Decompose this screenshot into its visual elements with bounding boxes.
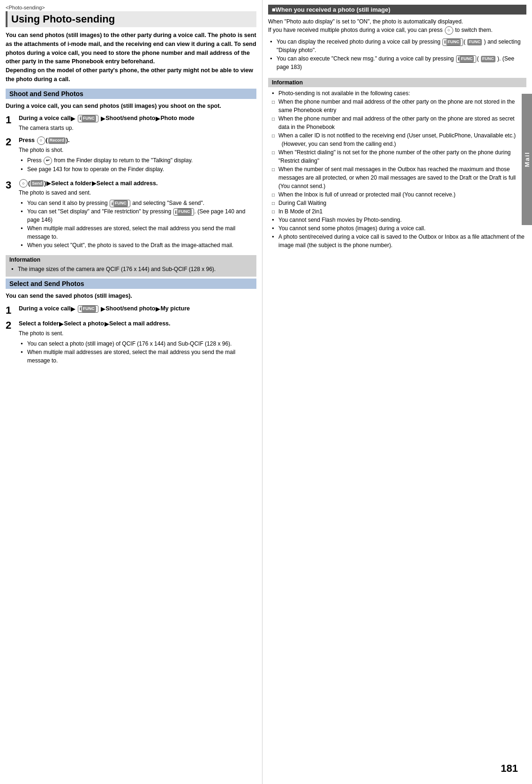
step-1-num: 1 xyxy=(6,115,19,125)
info-item-5: When "Restrict dialing" is not set for t… xyxy=(272,148,526,165)
right-column: ■When you received a photo (still image)… xyxy=(262,0,532,784)
info-item-10: You cannot send Flash movies by Photo-se… xyxy=(272,216,526,224)
right-bullets: You can display the received photo durin… xyxy=(270,38,526,71)
step-2-num: 2 xyxy=(6,137,19,147)
s2-bullet-2: When multiple mail addresses are stored,… xyxy=(21,348,256,365)
circle-key-send: ○ xyxy=(19,179,28,188)
s2-step-2-bullets: You can select a photo (still image) of … xyxy=(21,339,256,365)
circle-key-record: ○ xyxy=(37,136,45,145)
switch-key: ○ xyxy=(445,26,453,35)
page-number: 181 xyxy=(501,762,518,775)
right-section-body: When "Photo auto display" is set to "ON"… xyxy=(268,17,526,35)
sidebar-mail: Mail xyxy=(522,94,532,225)
s2-step-2-title: Select a folder▶Select a photo▶Select a … xyxy=(19,319,256,328)
info-box-1-title: Information xyxy=(9,256,253,263)
right-bullet-1: You can display the received photo durin… xyxy=(270,38,526,54)
func-icon-4: iFUNC xyxy=(78,305,98,313)
info-item-11: You cannot send some photos (images) dur… xyxy=(272,224,526,233)
step-3-bullet-2: You can set "Set display" and "File rest… xyxy=(21,207,256,224)
step-3-bullet-3: When multiple mail addresses are stored,… xyxy=(21,224,256,241)
step-1-content: During a voice call▶ iFUNC ▶Shoot/send p… xyxy=(19,114,256,132)
section2-subtitle: You can send the saved photos (still ima… xyxy=(6,292,256,301)
send-key: Send xyxy=(30,180,44,187)
s2-step-1: 1 During a voice call▶ iFUNC ▶Shoot/send… xyxy=(6,304,256,316)
record-key: Record xyxy=(48,137,66,144)
info-bullet-1: The image sizes of the camera are QCIF (… xyxy=(11,265,253,273)
info-item-6: When the number of sent mail messages in… xyxy=(272,165,526,190)
s2-step-1-content: During a voice call▶ iFUNC ▶Shoot/send p… xyxy=(19,304,256,313)
step-1: 1 During a voice call▶ iFUNC ▶Shoot/send… xyxy=(6,114,256,132)
func-icon-3: iFUNC xyxy=(173,208,194,216)
step-2-body: The photo is shot. Press ↩ from the Find… xyxy=(19,146,256,173)
func-icon-2: iFUNC xyxy=(110,200,130,207)
step-2-title: Press ○(Record). xyxy=(19,136,256,145)
step-2-bullets: Press ↩ from the Finder display to retur… xyxy=(21,156,256,173)
back-key: ↩ xyxy=(44,157,52,165)
info-box-1: Information The image sizes of the camer… xyxy=(6,255,256,277)
info-item-1: Photo-sending is not available in the fo… xyxy=(272,89,526,98)
step-2-content: Press ○(Record). The photo is shot. Pres… xyxy=(19,136,256,175)
func-icon-6: iFUNC xyxy=(456,55,477,63)
right-info-list: Photo-sending is not available in the fo… xyxy=(272,89,526,249)
s2-step-2: 2 Select a folder▶Select a photo▶Select … xyxy=(6,319,256,367)
step-3-num: 3 xyxy=(6,180,19,190)
page: <Photo-sending> Using Photo-sending You … xyxy=(0,0,532,784)
info-item-7: When the Inbox is full of unread or prot… xyxy=(272,190,526,199)
info-item-4: When a caller ID is not notified to the … xyxy=(272,131,526,148)
step-1-body: The camera starts up. xyxy=(19,124,256,132)
left-column: <Photo-sending> Using Photo-sending You … xyxy=(0,0,262,784)
info-item-8: During Call Waiting xyxy=(272,199,526,207)
s2-step-2-content: Select a folder▶Select a photo▶Select a … xyxy=(19,319,256,367)
right-info-title: Information xyxy=(272,79,523,86)
func-label-2: FUNC xyxy=(481,56,495,62)
info-item-9: In B Mode of 2in1 xyxy=(272,207,526,216)
func-icon-5: iFUNC xyxy=(442,38,463,46)
s2-step-1-title: During a voice call▶ iFUNC ▶Shoot/send p… xyxy=(19,304,256,313)
section1-header: Shoot and Send Photos xyxy=(6,89,256,99)
s2-step-2-num: 2 xyxy=(6,320,19,331)
step-3-bullet-4: When you select "Quit", the photo is sav… xyxy=(21,241,256,249)
info-box-1-content: The image sizes of the camera are QCIF (… xyxy=(9,265,253,273)
right-section-title: ■When you received a photo (still image) xyxy=(272,6,390,13)
step-3-body: The photo is saved and sent. You can sen… xyxy=(19,188,256,249)
step-3-bullets: You can send it also by pressing iFUNC a… xyxy=(21,199,256,249)
s2-step-1-num: 1 xyxy=(6,305,19,316)
step-3-title: ○(Send)▶Select a folder▶Select a mail ad… xyxy=(19,179,256,188)
info-box-1-bullets: The image sizes of the camera are QCIF (… xyxy=(11,265,253,273)
s2-step-2-body: The photo is sent. You can select a phot… xyxy=(19,329,256,365)
page-title: Using Photo-sending xyxy=(6,11,256,27)
breadcrumb: <Photo-sending> xyxy=(6,5,256,10)
section2-header: Select and Send Photos xyxy=(6,279,256,289)
step-2-bullet-1: Press ↩ from the Finder display to retur… xyxy=(21,156,256,165)
func-icon-1: iFUNC xyxy=(78,115,98,122)
sidebar-mail-label: Mail xyxy=(524,151,531,167)
info-item-3: When the phone number and mail address o… xyxy=(272,114,526,131)
section1-subtitle: During a voice call, you can send photos… xyxy=(6,102,256,111)
right-bullet-2: You can also execute "Check new msg." du… xyxy=(270,54,526,71)
step-1-title: During a voice call▶ iFUNC ▶Shoot/send p… xyxy=(19,114,256,123)
step-2-bullet-2: See page 143 for how to operate on the F… xyxy=(21,165,256,173)
step-2: 2 Press ○(Record). The photo is shot. Pr… xyxy=(6,136,256,175)
info-item-12: A photo sent/received during a voice cal… xyxy=(272,233,526,249)
s2-bullet-1: You can select a photo (still image) of … xyxy=(21,339,256,348)
step-3: 3 ○(Send)▶Select a folder▶Select a mail … xyxy=(6,179,256,252)
step-3-content: ○(Send)▶Select a folder▶Select a mail ad… xyxy=(19,179,256,252)
func-label-1: FUNC xyxy=(467,39,482,45)
intro-text: You can send photos (still images) to th… xyxy=(6,31,256,84)
step-3-bullet-1: You can send it also by pressing iFUNC a… xyxy=(21,199,256,207)
right-section-header: ■When you received a photo (still image) xyxy=(268,5,526,15)
right-info-box: Information xyxy=(268,78,526,87)
info-item-2: When the phone number and mail address o… xyxy=(272,98,526,114)
